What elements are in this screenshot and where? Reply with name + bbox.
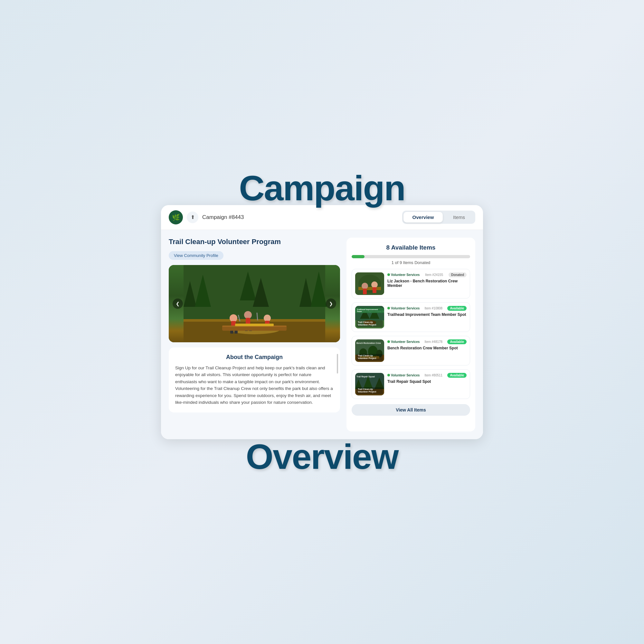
- thumb-label-2: Trail Clean-UpVolunteer Project: [356, 320, 383, 327]
- carousel-prev[interactable]: ❮: [173, 298, 183, 309]
- campaign-title: Trail Clean-up Volunteer Program: [169, 238, 340, 246]
- item-card-3[interactable]: Bench Restoration Crew Trail Clean-UpVol…: [352, 336, 470, 365]
- app-header: 🌿 ⬆ Campaign #8443 Overview Items: [161, 205, 483, 230]
- item-top-row-3: Volunteer Services Item #48178 Available: [387, 339, 467, 344]
- item-thumb-1: [355, 272, 384, 295]
- photo-carousel: ❮ ❯: [169, 265, 340, 342]
- thumb-label-4: Trail Clean-UpVolunteer Project: [356, 387, 383, 394]
- item-top-row-1: Volunteer Services Item #24155 Donated: [387, 272, 467, 277]
- right-panel: 8 Available Items 1 of 9 Items Donated: [346, 238, 475, 431]
- item-top-row-2: Volunteer Services Item #10808 Available: [387, 306, 467, 311]
- available-items-title: 8 Available Items: [352, 244, 470, 251]
- main-content: Trail Clean-up Volunteer Program View Co…: [161, 230, 483, 439]
- view-all-button[interactable]: View All Items: [352, 404, 470, 416]
- svg-rect-28: [358, 287, 381, 290]
- about-text: Sign Up for our Trail Cleanup Project an…: [175, 365, 334, 406]
- upload-button[interactable]: ⬆: [187, 212, 198, 223]
- item-name-1: Liz Jackson - Bench Restoration Crew Mem…: [387, 279, 467, 288]
- status-badge-1: Donated: [449, 272, 467, 277]
- about-box: About the Campaign Sign Up for our Trail…: [169, 347, 340, 413]
- progress-label: 1 of 9 Items Donated: [392, 260, 431, 265]
- item-card-1[interactable]: Volunteer Services Item #24155 Donated L…: [352, 269, 470, 298]
- view-profile-button[interactable]: View Community Profile: [169, 251, 223, 260]
- tabs-container: Overview Items: [402, 211, 475, 224]
- item-number-2: Item #10808: [425, 307, 443, 310]
- item-info-4: Volunteer Services Item #80511 Available…: [387, 373, 467, 384]
- item-info-1: Volunteer Services Item #24155 Donated L…: [387, 272, 467, 288]
- item-number-4: Item #80511: [425, 374, 443, 377]
- outer-container: Campaign 🌿 ⬆ Campaign #8443 Overview Ite…: [161, 167, 483, 477]
- status-badge-2: Available: [447, 306, 467, 311]
- item-card-2[interactable]: Trailhead Improvement Team Trailhead Imp…: [352, 302, 470, 332]
- logo-icon: 🌿: [169, 210, 183, 224]
- svg-point-18: [264, 315, 271, 322]
- vol-dot-2: [387, 307, 390, 309]
- svg-text:Bench Restoration Crew: Bench Restoration Crew: [356, 342, 381, 344]
- progress-bar-fill: [352, 255, 365, 258]
- thumb-label-3: Trail Clean-UpVolunteer Project: [356, 354, 383, 361]
- volunteer-badge-1: Volunteer Services: [387, 273, 420, 277]
- left-panel: Trail Clean-up Volunteer Program View Co…: [169, 238, 346, 431]
- about-box-wrapper: About the Campaign Sign Up for our Trail…: [169, 347, 340, 413]
- item-name-4: Trail Repair Squad Spot: [387, 379, 467, 384]
- svg-rect-2: [184, 319, 325, 322]
- svg-point-31: [371, 281, 378, 288]
- svg-line-25: [257, 313, 258, 320]
- item-name-3: Bench Restoration Crew Member Spot: [387, 346, 467, 350]
- campaign-id: Campaign #8443: [202, 214, 398, 221]
- item-thumb-4: Trail Repair Squad Trail Clean-UpVolunte…: [355, 373, 384, 395]
- item-tag-bar-2: Trailhead Improvement Team: [355, 308, 384, 313]
- item-info-2: Volunteer Services Item #10808 Available…: [387, 306, 467, 317]
- volunteer-badge-3: Volunteer Services: [387, 340, 420, 344]
- volunteer-badge-4: Volunteer Services: [387, 374, 420, 377]
- item-top-row-4: Volunteer Services Item #80511 Available: [387, 373, 467, 378]
- progress-bar: [352, 255, 470, 258]
- svg-rect-32: [373, 287, 376, 293]
- vol-dot-3: [387, 340, 390, 343]
- item-cat-tag-2: Trailhead Improvement Team: [355, 308, 384, 313]
- vol-dot-1: [387, 273, 390, 276]
- svg-point-14: [244, 311, 252, 319]
- main-card: 🌿 ⬆ Campaign #8443 Overview Items Trail …: [161, 205, 483, 439]
- item-number-3: Item #48178: [425, 340, 443, 344]
- status-badge-4: Available: [447, 373, 467, 378]
- item-number-1: Item #24155: [425, 273, 443, 277]
- item-card-4[interactable]: Trail Repair Squad Trail Clean-UpVolunte…: [352, 369, 470, 399]
- scroll-indicator: [337, 354, 338, 374]
- item-name-2: Trailhead Improvement Team Member Spot: [387, 312, 467, 317]
- svg-rect-30: [363, 289, 367, 294]
- volunteer-badge-2: Volunteer Services: [387, 307, 420, 310]
- big-title-top: Campaign: [239, 167, 405, 208]
- svg-point-29: [362, 283, 368, 289]
- item-info-3: Volunteer Services Item #48178 Available…: [387, 339, 467, 350]
- status-badge-3: Available: [447, 339, 467, 344]
- svg-text:Trail Repair Squad: Trail Repair Squad: [356, 375, 375, 378]
- progress-area: 1 of 9 Items Donated: [352, 255, 470, 265]
- item-thumb-3: Bench Restoration Crew Trail Clean-UpVol…: [355, 339, 384, 362]
- carousel-next[interactable]: ❯: [326, 298, 336, 309]
- svg-rect-23: [235, 324, 274, 326]
- vol-dot-4: [387, 374, 390, 376]
- trail-photo: [169, 265, 340, 342]
- tab-overview[interactable]: Overview: [403, 212, 443, 223]
- item-thumb-2: Trailhead Improvement Team Trailhead Imp…: [355, 306, 384, 328]
- svg-point-10: [230, 314, 237, 322]
- tab-items[interactable]: Items: [444, 212, 474, 223]
- big-title-bottom: Overview: [246, 436, 398, 477]
- about-title: About the Campaign: [175, 354, 334, 361]
